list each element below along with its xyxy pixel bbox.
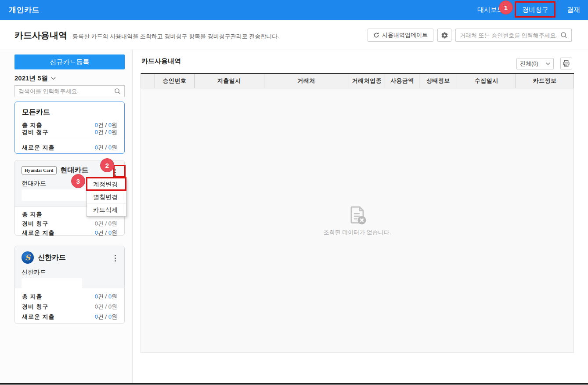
card-panel-shinhan[interactable]: S 신한카드 신한카드 총 지출 0건 / 0원 경비 청구 0건 / 0원 새… <box>14 246 125 324</box>
table-header-amount: 사용금액 <box>385 74 419 88</box>
month-selector[interactable]: 2021년 5월 <box>14 73 125 83</box>
sidebar-search-input[interactable] <box>18 88 114 94</box>
stat-expense-claim: 경비 청구 0건 / 0원 <box>22 301 117 312</box>
table-header-row: 승인번호 지출일시 거래처 거래처업종 사용금액 상태정보 수집일시 카드정보 <box>141 73 574 88</box>
header-search-input[interactable] <box>460 32 560 39</box>
print-button[interactable] <box>560 58 572 69</box>
sidebar: 신규카드등록 2021년 5월 모든카드 총 지출 0건 / 0원 경비 청 <box>0 50 133 384</box>
nav-item-approval[interactable]: 결재 <box>567 6 580 14</box>
stat-total-spend: 총 지출 0건 / 0원 <box>22 122 117 129</box>
table-empty-body: 조회된 데이터가 없습니다. <box>141 88 574 353</box>
page-header: 카드사용내역 등록한 카드의 사용내역을 조회하고 경비청구 항목을 경비청구관… <box>0 20 588 50</box>
chevron-down-icon <box>546 62 550 65</box>
nav-item-expense-claim[interactable]: 경비청구 <box>522 6 548 14</box>
stat-new-spend: 새로운 지출 0건 / 0원 <box>22 144 117 151</box>
month-selector-label: 2021년 5월 <box>14 74 48 83</box>
kebab-menu-icon[interactable] <box>109 252 121 264</box>
menu-item-delete-card[interactable]: 카드삭제 <box>87 203 126 216</box>
hyundai-card-logo: Hyundai Card <box>22 166 57 174</box>
gear-icon <box>441 32 448 39</box>
shinhan-card-logo: S <box>22 251 34 264</box>
section-title: 카드사용내역 <box>141 57 181 65</box>
card-hyundai-title: 현대카드 <box>61 166 89 175</box>
new-card-register-button[interactable]: 신규카드등록 <box>14 54 125 69</box>
card-number-redacted <box>22 278 82 290</box>
kebab-menu-icon[interactable] <box>109 166 121 178</box>
card-number-redacted <box>22 189 96 201</box>
table-header-spend-datetime: 지출일시 <box>195 74 264 88</box>
printer-icon <box>563 60 570 67</box>
window-bottom-edge <box>0 383 588 385</box>
table-header-card-info: 카드정보 <box>516 74 574 88</box>
page-title: 카드사용내역 <box>14 29 67 41</box>
card-context-menu: 계정변경 별칭변경 카드삭제 <box>87 178 126 217</box>
app-title: 개인카드 <box>9 5 40 15</box>
empty-state-text: 조회된 데이터가 없습니다. <box>324 229 391 236</box>
divider <box>15 140 124 140</box>
usage-update-button[interactable]: 사용내역업데이트 <box>368 29 433 42</box>
table-header-collected-datetime: 수집일시 <box>457 74 516 88</box>
table-header-status: 상태정보 <box>419 74 457 88</box>
no-data-icon <box>347 205 368 226</box>
usage-update-label: 사용내역업데이트 <box>382 31 428 39</box>
stat-expense-claim: 경비 청구 0건 / 0원 <box>22 219 117 228</box>
usage-table: 승인번호 지출일시 거래처 거래처업종 사용금액 상태정보 수집일시 카드정보 … <box>141 73 574 353</box>
filter-select[interactable]: 전체(0) <box>516 58 554 69</box>
card-shinhan-name: 신한카드 <box>22 269 118 276</box>
card-panel-hyundai[interactable]: Hyundai Card 현대카드 현대카드 계정변경 별칭변경 카드삭제 총 … <box>14 160 125 236</box>
page-subtitle: 등록한 카드의 사용내역을 조회하고 경비청구 항목을 경비청구관리로 전송합니… <box>72 33 279 40</box>
settings-button[interactable] <box>437 29 451 42</box>
nav-item-dashboard[interactable]: 대시보드 <box>477 6 504 14</box>
stat-total-spend: 총 지출 0건 / 0원 <box>22 291 117 301</box>
table-header-checkbox-col <box>141 74 155 88</box>
stat-expense-claim: 경비 청구 0건 / 0원 <box>22 129 117 136</box>
top-nav-items: 대시보드 경비청구 결재 <box>477 6 580 14</box>
chevron-down-icon <box>51 77 56 80</box>
search-icon[interactable] <box>560 32 567 39</box>
menu-item-change-alias[interactable]: 별칭변경 <box>87 191 126 203</box>
header-search <box>455 29 572 42</box>
top-navbar: 개인카드 대시보드 경비청구 결재 <box>0 0 588 20</box>
filter-select-value: 전체(0) <box>520 60 538 68</box>
table-header-merchant-type: 거래처업종 <box>349 74 386 88</box>
card-all-title: 모든카드 <box>22 108 117 117</box>
search-icon[interactable] <box>114 88 121 94</box>
menu-item-change-account[interactable]: 계정변경 <box>87 178 126 191</box>
stat-new-spend: 새로운 지출 0건 / 0원 <box>22 228 117 237</box>
stat-new-spend: 새로운 지출 0건 / 0원 <box>22 312 117 322</box>
table-header-approval-no: 승인번호 <box>155 74 195 88</box>
sidebar-search <box>14 85 125 97</box>
card-panel-all-cards[interactable]: 모든카드 총 지출 0건 / 0원 경비 청구 0건 / 0원 새로운 지출 0… <box>14 102 125 154</box>
refresh-icon <box>373 32 379 38</box>
card-shinhan-title: 신한카드 <box>38 253 66 262</box>
table-header-merchant: 거래처 <box>264 74 349 88</box>
